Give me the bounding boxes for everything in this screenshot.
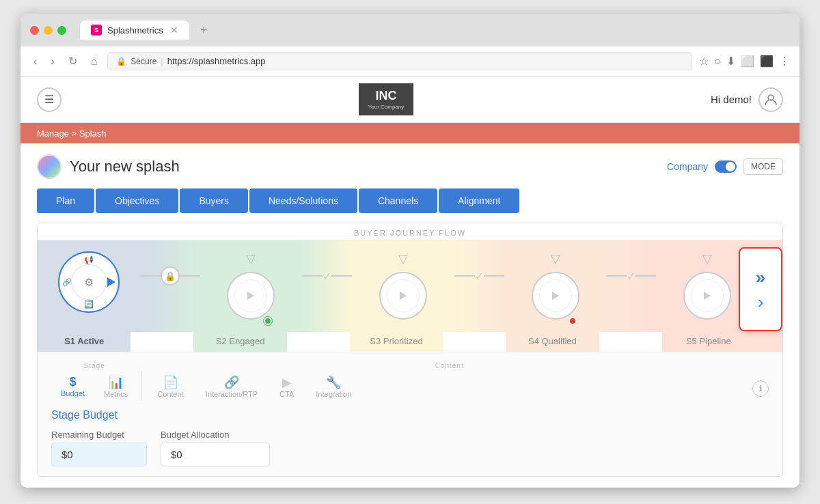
splash-controls: Company MODE <box>667 158 783 175</box>
tab-buyers[interactable]: Buyers <box>180 188 248 213</box>
stage-circle-s1[interactable]: 📢 🔄 🔗 ⚙ <box>58 251 120 313</box>
account-icon[interactable]: ○ <box>714 55 721 68</box>
download-icon[interactable]: ⬇ <box>726 55 735 68</box>
url-text: https://splashmetrics.app <box>167 56 266 66</box>
stage-circle-s2[interactable] <box>227 272 275 320</box>
browser-tab[interactable]: S Splashmetrics ✕ <box>80 20 189 40</box>
menu-icon[interactable]: ⋮ <box>779 55 790 68</box>
breadcrumb[interactable]: Manage > Splash <box>37 128 107 139</box>
forward-button[interactable]: › <box>47 54 57 69</box>
traffic-lights <box>30 26 66 35</box>
tab-bar: Plan Objectives Buyers Needs/Solutions C… <box>37 188 783 213</box>
secure-icon: 🔒 <box>116 57 126 66</box>
user-avatar[interactable] <box>758 87 783 112</box>
content-area: Your new splash Company MODE Plan Object… <box>20 143 800 488</box>
toggle-dot <box>726 162 735 171</box>
tab-plan[interactable]: Plan <box>37 188 94 213</box>
tab-needs[interactable]: Needs/Solutions <box>249 188 357 213</box>
remaining-budget-input[interactable] <box>51 443 147 466</box>
info-icon[interactable]: ℹ <box>752 380 769 397</box>
stage-s4-label: S4 Qualified <box>506 332 599 352</box>
status-dot-green-s2 <box>264 317 272 325</box>
allocation-budget-input[interactable] <box>161 443 270 466</box>
tab-alignment[interactable]: Alignment <box>439 188 519 213</box>
tab-objectives[interactable]: Objectives <box>96 188 178 213</box>
stage-s3-label: S3 Prioritized <box>350 332 443 352</box>
remaining-budget-field: Remaining Budget <box>51 430 147 466</box>
budget-tab-label: Budget <box>61 389 85 397</box>
new-tab-button[interactable]: + <box>200 23 208 38</box>
tab-close-button[interactable]: ✕ <box>170 25 178 36</box>
app-container: ☰ INC Your Company Hi demo! Manage > Spl… <box>20 76 800 488</box>
secure-label: Secure <box>131 57 156 66</box>
splash-title-group: Your new splash <box>37 154 180 179</box>
tab-content[interactable]: 📄 Content <box>146 372 195 401</box>
interaction-icon: 🔗 <box>224 375 239 390</box>
integration-tab-label: Integration <box>316 390 351 398</box>
content-tab-label: Content <box>157 390 184 398</box>
extension-icon[interactable]: ⬛ <box>760 55 774 68</box>
close-button[interactable] <box>30 26 39 35</box>
right-nav-panel: » › <box>739 247 782 331</box>
interaction-tab-label: Interaction/RTP <box>206 390 258 398</box>
refresh-button[interactable]: ↻ <box>65 53 81 69</box>
stage-circle-s3[interactable] <box>379 272 427 320</box>
content-section: Content 📄 Content 🔗 Interaction/RTP <box>146 362 752 401</box>
budget-title: Stage Budget <box>51 409 769 421</box>
maximize-button[interactable] <box>57 26 66 35</box>
stage-circle-s5[interactable] <box>683 272 731 320</box>
connector-s4-s5: ✓ <box>606 240 656 332</box>
tab-budget[interactable]: $ Budget <box>51 372 94 401</box>
address-bar-row: ‹ › ↻ ⌂ 🔒 Secure | https://splashmetrics… <box>20 46 800 76</box>
stage-s5-label: S5 Pipeline <box>662 332 755 352</box>
star-icon[interactable]: ☆ <box>699 55 709 68</box>
header-right: Hi demo! <box>711 87 783 112</box>
tab-interaction[interactable]: 🔗 Interaction/RTP <box>195 372 269 401</box>
single-forward-button[interactable]: › <box>758 293 764 311</box>
connector-s3-s4: ✓ <box>454 240 504 332</box>
stage-circle-s4[interactable] <box>532 272 579 320</box>
browser-titlebar: S Splashmetrics ✕ + <box>20 14 800 46</box>
greeting-text: Hi demo! <box>711 94 752 105</box>
address-bar[interactable]: 🔒 Secure | https://splashmetrics.app <box>107 52 692 70</box>
minimize-button[interactable] <box>44 26 53 35</box>
remaining-budget-label: Remaining Budget <box>51 430 147 440</box>
stage-s4: ▽ <box>504 240 607 332</box>
budget-fields: Remaining Budget Budget Allocation <box>51 430 769 466</box>
menu-button[interactable]: ☰ <box>37 87 62 112</box>
app-header: ☰ INC Your Company Hi demo! <box>20 76 800 123</box>
connector-s2-s3: ✓ <box>302 240 352 332</box>
integration-icon: 🔧 <box>326 375 341 390</box>
detail-panel: Stage $ Budget 📊 Metrics <box>38 352 782 476</box>
tab-channels[interactable]: Channels <box>359 188 437 213</box>
back-button[interactable]: ‹ <box>30 54 40 69</box>
stage-s1: 📢 🔄 🔗 ⚙ <box>38 240 140 332</box>
double-forward-button[interactable]: » <box>756 268 765 286</box>
stage-labels: S1 Active S2 Engaged S3 Prioritized S4 Q… <box>38 332 782 352</box>
tab-metrics[interactable]: 📊 Metrics <box>94 372 137 401</box>
hamburger-icon: ☰ <box>44 93 54 106</box>
home-button[interactable]: ⌂ <box>87 54 101 69</box>
budget-icon: $ <box>69 375 76 389</box>
company-label: Company <box>667 161 708 172</box>
cta-tab-label: CTA <box>279 390 294 398</box>
mode-button[interactable]: MODE <box>743 158 783 175</box>
tab-cta[interactable]: ▶ CTA <box>269 372 305 401</box>
app-logo: INC Your Company <box>359 83 414 115</box>
stage-s2-label: S2 Engaged <box>193 332 286 352</box>
lock-icon: 🔒 <box>161 266 180 285</box>
metrics-tab-label: Metrics <box>104 390 128 398</box>
detail-tabs-row: Stage $ Budget 📊 Metrics <box>51 362 769 401</box>
tab-integration[interactable]: 🔧 Integration <box>305 372 362 401</box>
logo-sub: Your Company <box>368 104 405 111</box>
stage-s2: ▽ <box>200 240 303 332</box>
splash-icon <box>37 154 62 179</box>
tab-title: Splashmetrics <box>107 25 163 36</box>
splash-title: Your new splash <box>70 158 180 176</box>
metrics-icon: 📊 <box>109 375 124 390</box>
stages-row: 📢 🔄 🔗 ⚙ <box>38 240 782 332</box>
browser-toolbar: ☆ ○ ⬇ ⬜ ⬛ ⋮ <box>699 55 790 68</box>
window-icon[interactable]: ⬜ <box>741 55 754 68</box>
company-toggle[interactable] <box>715 160 737 173</box>
tab-favicon: S <box>91 25 102 36</box>
